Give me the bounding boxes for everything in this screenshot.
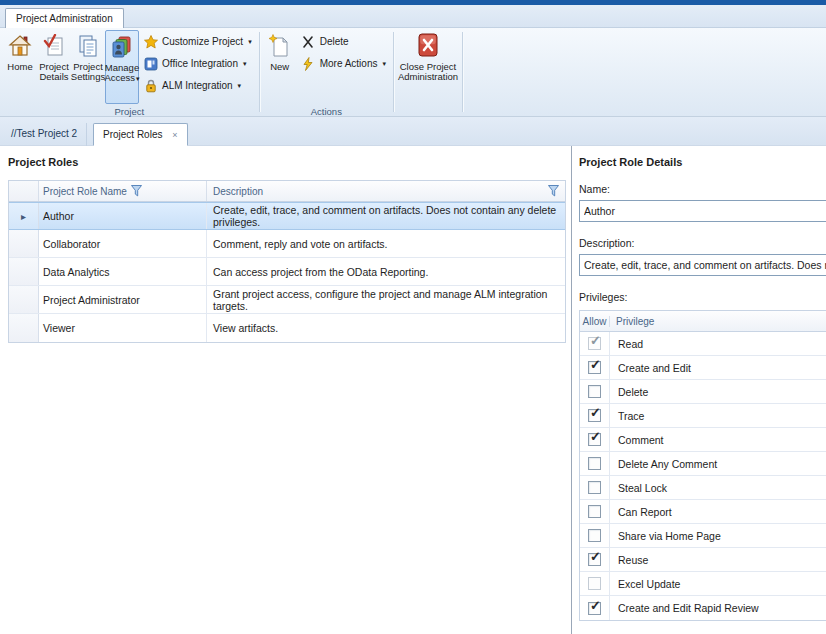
privilege-row: ✓Delete Any Comment (580, 452, 826, 476)
project-group-small-buttons: Customize Project ▾ Office Integration ▾ (139, 30, 256, 93)
allow-checkbox[interactable]: ✓ (588, 385, 601, 398)
allow-checkbox[interactable]: ✓ (588, 602, 601, 615)
privilege-name-cell: Steal Lock (610, 476, 826, 499)
privilege-row: ✓Can Report (580, 500, 826, 524)
column-header-allow: Allow (580, 316, 610, 327)
allow-cell: ✓ (580, 572, 610, 595)
allow-cell: ✓ (580, 548, 610, 571)
project-details-button-label: Project Details (37, 62, 71, 82)
allow-cell: ✓ (580, 428, 610, 451)
ribbon-group-project: Home Project Details (0, 28, 259, 116)
lightning-icon (301, 56, 316, 71)
home-button[interactable]: Home (3, 30, 37, 104)
manage-access-button[interactable]: Manage Access▾ (105, 30, 139, 104)
filter-icon[interactable] (548, 185, 559, 197)
more-actions-button[interactable]: More Actions ▾ (301, 56, 386, 71)
privilege-name-cell: Reuse (610, 548, 826, 571)
document-tab-bar: //Test Project 2 Project Roles × (0, 117, 826, 146)
row-selector-header (9, 181, 39, 201)
privilege-name-cell: Excel Update (610, 572, 826, 595)
allow-checkbox[interactable]: ✓ (588, 481, 601, 494)
name-label: Name: (579, 183, 826, 195)
filter-icon[interactable] (131, 185, 142, 197)
tab-close-icon[interactable]: × (172, 130, 177, 140)
role-description-cell[interactable]: View artifacts. (207, 314, 565, 342)
role-name-cell[interactable]: Project Administrator (39, 286, 207, 313)
name-input[interactable] (579, 200, 826, 222)
column-header-privilege: Privilege (610, 316, 826, 327)
row-selector-cell[interactable] (9, 286, 39, 313)
privilege-row: ✓Delete (580, 380, 826, 404)
role-description-cell[interactable]: Grant project access, configure the proj… (207, 286, 565, 313)
customize-project-icon (143, 34, 158, 49)
role-name-cell[interactable]: Author (39, 203, 207, 229)
role-description-cell[interactable]: Comment, reply and vote on artifacts. (207, 230, 565, 257)
privileges-label: Privileges: (579, 291, 826, 303)
new-button[interactable]: New (263, 30, 297, 104)
allow-cell: ✓ (580, 380, 610, 403)
privilege-row: ✓Create and Edit Rapid Review (580, 596, 826, 620)
row-selector-cell[interactable] (9, 258, 39, 285)
office-integration-button[interactable]: Office Integration ▾ (143, 56, 252, 71)
project-settings-button-label: Project Settings (71, 62, 105, 82)
project-settings-button[interactable]: Project Settings (71, 30, 105, 104)
column-header-description[interactable]: Description (207, 181, 565, 201)
table-row[interactable]: Data AnalyticsCan access project from th… (9, 258, 565, 286)
dropdown-arrow-icon: ▾ (238, 82, 242, 90)
project-administration-window: { "icons": { "dropdown": "▾", "selected_… (0, 0, 826, 634)
project-settings-icon (75, 33, 101, 59)
ribbon-group-close: Close Project Administration (394, 28, 462, 116)
customize-project-button[interactable]: Customize Project ▾ (143, 34, 252, 49)
allow-checkbox[interactable]: ✓ (588, 457, 601, 470)
tab-test-project-2[interactable]: //Test Project 2 (2, 123, 87, 146)
content-area: Project Roles Project Role Name Descript… (0, 146, 826, 634)
row-selector-cell[interactable] (9, 230, 39, 257)
privilege-row: ✓Reuse (580, 548, 826, 572)
role-name-cell[interactable]: Data Analytics (39, 258, 207, 285)
details-title: Project Role Details (579, 156, 826, 168)
delete-button[interactable]: Delete (301, 34, 386, 49)
close-group-label (397, 111, 459, 116)
allow-checkbox[interactable]: ✓ (588, 361, 601, 374)
dropdown-arrow-icon: ▾ (243, 60, 247, 68)
privileges-table: Allow Privilege ✓Read✓Create and Edit✓De… (579, 310, 826, 621)
allow-checkbox[interactable]: ✓ (588, 529, 601, 542)
checkmark-icon: ✓ (590, 550, 601, 563)
row-selector-cell[interactable] (9, 314, 39, 342)
alm-integration-button[interactable]: ALM Integration ▾ (143, 78, 252, 93)
allow-checkbox[interactable]: ✓ (588, 409, 601, 422)
allow-checkbox[interactable]: ✓ (588, 505, 601, 518)
table-row[interactable]: ▸AuthorCreate, edit, trace, and comment … (9, 202, 565, 230)
close-project-administration-button[interactable]: Close Project Administration (397, 30, 459, 104)
role-name-cell[interactable]: Collaborator (39, 230, 207, 257)
allow-checkbox[interactable]: ✓ (588, 433, 601, 446)
privilege-row: ✓Steal Lock (580, 476, 826, 500)
checkmark-icon: ✓ (590, 358, 601, 371)
role-description-cell[interactable]: Create, edit, trace, and comment on arti… (207, 203, 565, 229)
checkmark-icon: ✓ (590, 430, 601, 443)
table-row[interactable]: ViewerView artifacts. (9, 314, 565, 342)
column-header-name[interactable]: Project Role Name (39, 181, 207, 201)
role-name-cell[interactable]: Viewer (39, 314, 207, 342)
allow-checkbox[interactable]: ✓ (588, 553, 601, 566)
privilege-name-cell: Delete Any Comment (610, 452, 826, 475)
project-details-button[interactable]: Project Details (37, 30, 71, 104)
privilege-name-cell: Read (610, 332, 826, 355)
description-input[interactable] (579, 254, 826, 276)
manage-access-icon (109, 34, 135, 60)
page-title: Project Roles (8, 156, 78, 168)
project-roles-table: Project Role Name Description (8, 180, 566, 343)
close-button-label: Close Project Administration (397, 62, 459, 82)
ribbon-group-separator (462, 32, 463, 112)
delete-icon (301, 34, 316, 49)
privilege-row: ✓Trace (580, 404, 826, 428)
office-integration-icon (143, 56, 158, 71)
tab-project-administration[interactable]: Project Administration (5, 8, 124, 29)
role-description-cell[interactable]: Can access project from the OData Report… (207, 258, 565, 285)
row-selector-cell[interactable]: ▸ (9, 203, 39, 229)
more-actions-button-label: More Actions (320, 58, 378, 69)
description-label: Description: (579, 237, 826, 249)
table-row[interactable]: CollaboratorComment, reply and vote on a… (9, 230, 565, 258)
tab-project-roles[interactable]: Project Roles × (93, 123, 188, 146)
table-row[interactable]: Project AdministratorGrant project acces… (9, 286, 565, 314)
